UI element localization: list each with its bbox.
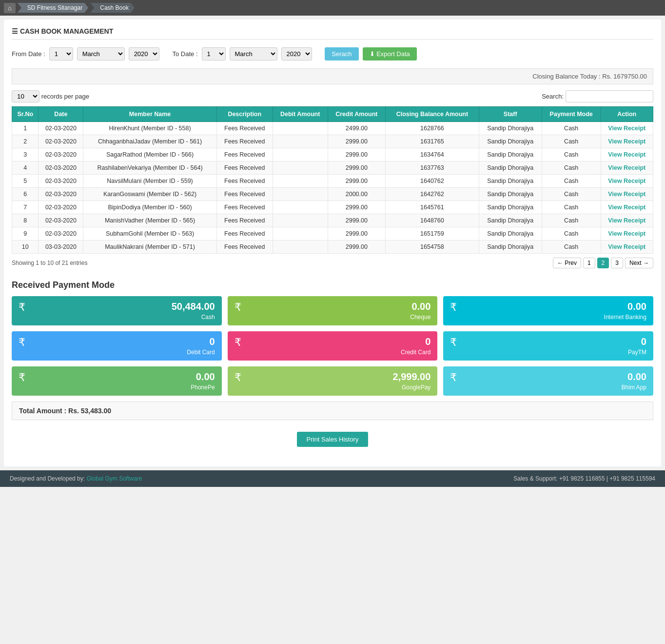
page-3-button[interactable]: 3 xyxy=(611,258,623,268)
pagination: ← Prev 1 2 3 Next → xyxy=(553,258,653,268)
view-receipt-button[interactable]: View Receipt xyxy=(608,178,645,184)
cell-member: SagarRathod (Member ID - 566) xyxy=(83,148,216,161)
cell-closing: 1654758 xyxy=(386,241,479,254)
cell-mode: Cash xyxy=(542,227,601,241)
cell-credit: 2999.00 xyxy=(328,214,386,227)
table-header-row: Sr.No Date Member Name Description Debit… xyxy=(12,107,653,122)
payment-card-top: ₹ 0.00 xyxy=(450,371,646,384)
payment-card-top: ₹ 0.00 xyxy=(450,301,646,314)
cell-sr: 7 xyxy=(12,201,39,214)
to-day-select[interactable]: 1234567891011121314151617181920212223242… xyxy=(202,47,226,60)
view-receipt-button[interactable]: View Receipt xyxy=(608,191,645,198)
search-button[interactable]: Serach xyxy=(325,47,358,60)
cell-mode: Cash xyxy=(542,135,601,148)
payment-amount: 0.00 xyxy=(196,371,215,382)
cash-book-table: Sr.No Date Member Name Description Debit… xyxy=(12,106,653,254)
payment-card-top: ₹ 0.00 xyxy=(235,301,431,314)
table-controls: 102550100 records per page Search: xyxy=(12,90,653,102)
cell-credit: 2999.00 xyxy=(328,135,386,148)
cell-closing: 1634764 xyxy=(386,148,479,161)
cell-debit xyxy=(273,188,328,201)
showing-entries: Showing 1 to 10 of 21 entries xyxy=(12,260,87,266)
view-receipt-button[interactable]: View Receipt xyxy=(608,151,645,158)
search-input[interactable] xyxy=(566,90,653,102)
cell-desc: Fees Received xyxy=(216,201,273,214)
page-1-button[interactable]: 1 xyxy=(583,258,595,268)
cell-staff: Sandip Dhorajiya xyxy=(479,214,542,227)
from-month-select[interactable]: JanuaryFebruaryMarchAprilMayJuneJulyAugu… xyxy=(77,47,125,60)
cell-desc: Fees Received xyxy=(216,122,273,135)
table-row: 10 03-03-2020 MaulikNakrani (Member ID -… xyxy=(12,241,653,254)
per-page-select[interactable]: 102550100 xyxy=(12,90,39,102)
cell-date: 02-03-2020 xyxy=(39,214,83,227)
cell-sr: 8 xyxy=(12,214,39,227)
payment-label: PayTM xyxy=(450,349,646,356)
from-year-select[interactable]: 201920202021 xyxy=(129,47,159,60)
rupee-icon: ₹ xyxy=(19,371,25,384)
cell-date: 02-03-2020 xyxy=(39,188,83,201)
cell-staff: Sandip Dhorajiya xyxy=(479,227,542,241)
payment-card-cash: ₹ 50,484.00 Cash xyxy=(12,296,222,325)
cell-action: View Receipt xyxy=(601,201,653,214)
view-receipt-button[interactable]: View Receipt xyxy=(608,243,645,250)
view-receipt-button[interactable]: View Receipt xyxy=(608,164,645,171)
footer: Designed and Developed by: Global Gym So… xyxy=(0,470,665,487)
cell-action: View Receipt xyxy=(601,214,653,227)
print-sales-history-button[interactable]: Print Sales History xyxy=(297,432,369,447)
cell-staff: Sandip Dhorajiya xyxy=(479,161,542,175)
payment-card-top: ₹ 0 xyxy=(450,336,646,349)
col-srno: Sr.No xyxy=(12,107,39,122)
to-date-label: To Date : xyxy=(172,50,197,58)
col-desc: Description xyxy=(216,107,273,122)
cell-member: MaulikNakrani (Member ID - 571) xyxy=(83,241,216,254)
view-receipt-button[interactable]: View Receipt xyxy=(608,204,645,211)
cell-date: 02-03-2020 xyxy=(39,161,83,175)
view-receipt-button[interactable]: View Receipt xyxy=(608,230,645,237)
rupee-icon: ₹ xyxy=(235,371,241,384)
cell-debit xyxy=(273,201,328,214)
breadcrumb-cashbook: Cash Book xyxy=(90,3,135,13)
export-button[interactable]: ⬇ Export Data xyxy=(363,47,417,60)
cell-debit xyxy=(273,214,328,227)
cell-desc: Fees Received xyxy=(216,188,273,201)
footer-company-link[interactable]: Global Gym Software xyxy=(86,475,142,482)
col-action: Action xyxy=(601,107,653,122)
main-content: ☰ CASH BOOK MANAGEMENT From Date : 12345… xyxy=(4,20,661,466)
cell-credit: 2999.00 xyxy=(328,175,386,188)
to-year-select[interactable]: 201920202021 xyxy=(281,47,312,60)
cell-action: View Receipt xyxy=(601,175,653,188)
view-receipt-button[interactable]: View Receipt xyxy=(608,217,645,224)
cell-member: BipinDodiya (Member ID - 560) xyxy=(83,201,216,214)
view-receipt-button[interactable]: View Receipt xyxy=(608,125,645,132)
cell-desc: Fees Received xyxy=(216,227,273,241)
cell-closing: 1640762 xyxy=(386,175,479,188)
payment-card-internet-banking: ₹ 0.00 Internet Banking xyxy=(443,296,653,325)
to-month-select[interactable]: JanuaryFebruaryMarchAprilMayJuneJulyAugu… xyxy=(230,47,277,60)
next-button[interactable]: Next → xyxy=(625,258,653,268)
payment-amount: 0.00 xyxy=(627,301,646,312)
cell-sr: 10 xyxy=(12,241,39,254)
rupee-icon: ₹ xyxy=(450,371,457,384)
cell-sr: 9 xyxy=(12,227,39,241)
page-2-button[interactable]: 2 xyxy=(597,258,609,268)
cell-credit: 2999.00 xyxy=(328,201,386,214)
payment-amount: 0 xyxy=(210,336,215,347)
home-button[interactable]: ⌂ xyxy=(4,3,16,13)
cell-date: 02-03-2020 xyxy=(39,148,83,161)
payment-label: GooglePay xyxy=(235,384,431,391)
prev-button[interactable]: ← Prev xyxy=(553,258,581,268)
table-row: 4 02-03-2020 RashilabenVekariya (Member … xyxy=(12,161,653,175)
cell-debit xyxy=(273,175,328,188)
cell-mode: Cash xyxy=(542,175,601,188)
table-row: 8 02-03-2020 ManishVadher (Member ID - 5… xyxy=(12,214,653,227)
from-day-select[interactable]: 1234567891011121314151617181920212223242… xyxy=(49,47,73,60)
rupee-icon: ₹ xyxy=(19,301,25,314)
payment-card-cheque: ₹ 0.00 Cheque xyxy=(228,296,438,325)
cell-desc: Fees Received xyxy=(216,161,273,175)
cell-credit: 2999.00 xyxy=(328,227,386,241)
total-amount: Total Amount : Rs. 53,483.00 xyxy=(12,402,653,420)
payment-card-top: ₹ 50,484.00 xyxy=(19,301,215,314)
payment-label: Cheque xyxy=(235,314,431,321)
cell-staff: Sandip Dhorajiya xyxy=(479,188,542,201)
view-receipt-button[interactable]: View Receipt xyxy=(608,138,645,145)
